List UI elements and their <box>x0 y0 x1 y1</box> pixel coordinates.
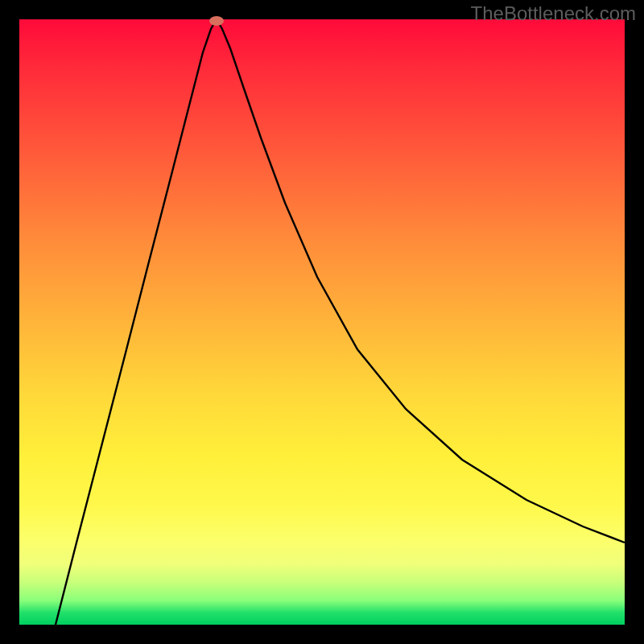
curve-path <box>56 19 625 625</box>
optimum-marker <box>209 16 224 26</box>
bottleneck-curve <box>19 19 625 625</box>
watermark-text: TheBottleneck.com <box>471 2 636 25</box>
